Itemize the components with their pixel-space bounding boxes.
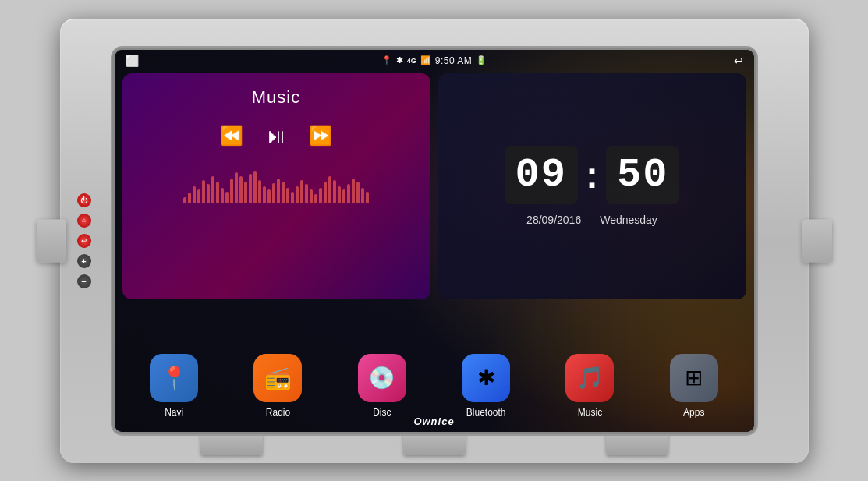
viz-bar	[356, 182, 360, 203]
app-launcher: 📍Navi📻Radio💿Disc✱Bluetooth🎵Music⊞Apps	[122, 354, 746, 418]
viz-bar	[267, 189, 271, 203]
viz-bar	[328, 176, 331, 203]
viz-bar	[197, 189, 200, 203]
disc-icon: 💿	[358, 354, 406, 402]
rewind-button[interactable]: ⏪	[220, 125, 243, 147]
music-icon: 🎵	[565, 354, 614, 402]
status-bar-left: ⬜	[126, 55, 139, 67]
status-time: 9:50 AM	[435, 55, 473, 66]
viz-bar	[333, 180, 336, 203]
viz-bar	[230, 179, 233, 203]
viz-bar	[282, 182, 285, 203]
status-bar: ⬜ 📍 ✱ 4G 📶 9:50 AM 🔋 ↩	[115, 50, 754, 72]
clock-date: 28/09/2016	[526, 214, 581, 226]
bluetooth-icon: ✱	[462, 354, 510, 402]
viz-bar	[300, 180, 303, 203]
clock-minutes: 50	[606, 146, 679, 204]
viz-bar	[183, 197, 186, 203]
home-nav-icon[interactable]: ⬜	[126, 55, 139, 67]
play-pause-button[interactable]: ⏯	[265, 123, 287, 149]
viz-bar	[296, 186, 299, 203]
music-widget-title: Music	[138, 87, 415, 108]
screen-bezel: ⬜ 📍 ✱ 4G 📶 9:50 AM 🔋 ↩ Music	[115, 50, 754, 432]
apps-label: Apps	[683, 407, 704, 418]
bluetooth-status-icon: ✱	[396, 55, 403, 65]
app-item-navi[interactable]: 📍Navi	[139, 354, 209, 418]
viz-bar	[253, 171, 257, 203]
app-item-radio[interactable]: 📻Radio	[243, 354, 313, 418]
viz-bar	[310, 189, 313, 203]
viz-bar	[244, 182, 247, 203]
viz-bar	[249, 174, 252, 203]
viz-bar	[352, 179, 355, 203]
viz-bar	[338, 186, 341, 203]
viz-bar	[263, 186, 266, 203]
ownice-brand: Ownice	[413, 416, 454, 427]
viz-bar	[193, 186, 196, 203]
mount-tab-left	[37, 219, 66, 262]
clock-colon: :	[586, 154, 598, 196]
radio-label: Radio	[266, 407, 290, 418]
app-item-music[interactable]: 🎵Music	[554, 354, 625, 418]
location-icon: 📍	[381, 55, 392, 65]
music-controls: ⏪ ⏯ ⏩	[138, 123, 415, 149]
forward-button[interactable]: ⏩	[309, 125, 332, 147]
side-buttons-strip: ⏻ ⌂ ↩ + −	[77, 193, 91, 288]
clock-date-row: 28/09/2016 Wednesday	[526, 214, 657, 226]
app-item-bluetooth[interactable]: ✱Bluetooth	[451, 354, 521, 418]
viz-bar	[314, 194, 317, 203]
android-screen: ⬜ 📍 ✱ 4G 📶 9:50 AM 🔋 ↩ Music	[115, 50, 754, 432]
back-nav-icon[interactable]: ↩	[734, 55, 743, 67]
bottom-bracket-left	[200, 428, 263, 455]
viz-bar	[221, 188, 224, 203]
clock-widget: 09 : 50 28/09/2016 Wednesday	[438, 73, 746, 299]
viz-bar	[342, 189, 345, 203]
app-item-apps[interactable]: ⊞Apps	[659, 354, 729, 418]
bluetooth-label: Bluetooth	[466, 407, 506, 418]
clock-hours: 09	[505, 146, 578, 204]
signal-4g-icon: 4G	[407, 57, 416, 65]
volume-down-button[interactable]: −	[77, 274, 91, 288]
status-bar-center: 📍 ✱ 4G 📶 9:50 AM 🔋	[381, 55, 487, 66]
widgets-area: Music ⏪ ⏯ ⏩ 09 : 50	[122, 73, 746, 299]
apps-icon: ⊞	[670, 354, 718, 402]
viz-bar	[366, 192, 369, 203]
status-bar-right: ↩	[734, 55, 743, 67]
viz-bar	[272, 183, 275, 203]
back-button[interactable]: ↩	[77, 234, 91, 248]
viz-bar	[239, 176, 243, 203]
app-item-disc[interactable]: 💿Disc	[347, 354, 417, 418]
viz-bar	[235, 172, 238, 203]
viz-bar	[207, 184, 210, 203]
radio-icon: 📻	[253, 354, 302, 402]
viz-bar	[361, 188, 364, 203]
music-label: Music	[578, 407, 602, 418]
viz-bar	[216, 182, 219, 203]
head-unit: • MIC • RST ⏻ ⌂ ↩ + − ⬜ 📍 ✱ 4G 📶	[60, 19, 809, 463]
mount-tab-right	[802, 219, 832, 262]
disc-label: Disc	[373, 407, 391, 418]
music-widget[interactable]: Music ⏪ ⏯ ⏩	[122, 73, 430, 299]
bottom-bracket-center	[403, 428, 466, 455]
viz-bar	[286, 188, 289, 203]
navi-label: Navi	[165, 407, 183, 418]
battery-icon: 🔋	[476, 55, 487, 65]
viz-bar	[347, 184, 350, 203]
viz-bar	[277, 179, 280, 203]
viz-bar	[188, 193, 191, 203]
viz-bar	[305, 184, 308, 203]
navi-icon: 📍	[150, 354, 198, 402]
viz-bar	[319, 188, 322, 203]
viz-bar	[258, 180, 261, 203]
power-button[interactable]: ⏻	[77, 193, 91, 207]
viz-bar	[324, 182, 327, 203]
viz-bar	[202, 180, 205, 203]
viz-bar	[291, 192, 294, 203]
volume-up-button[interactable]: +	[77, 254, 91, 268]
music-visualizer	[138, 164, 415, 203]
home-button[interactable]: ⌂	[77, 214, 91, 228]
clock-weekday: Wednesday	[600, 214, 657, 226]
viz-bar	[211, 176, 214, 203]
viz-bar	[225, 192, 229, 203]
signal-bars-icon: 📶	[420, 55, 431, 65]
